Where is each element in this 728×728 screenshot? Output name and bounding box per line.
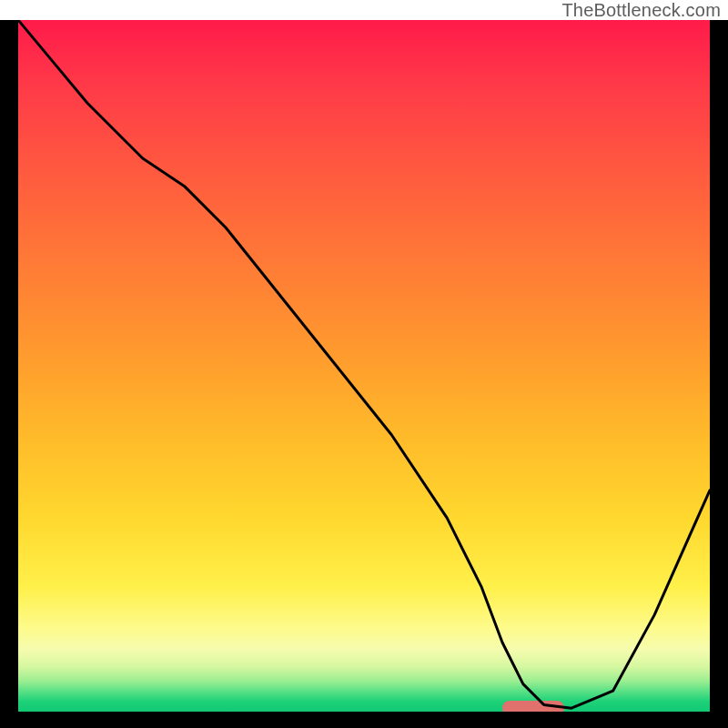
attribution-label: TheBottleneck.com <box>556 0 723 20</box>
bottleneck-curve <box>18 20 710 712</box>
chart-outer-frame: TheBottleneck.com <box>0 0 728 728</box>
plot-area <box>18 20 710 712</box>
